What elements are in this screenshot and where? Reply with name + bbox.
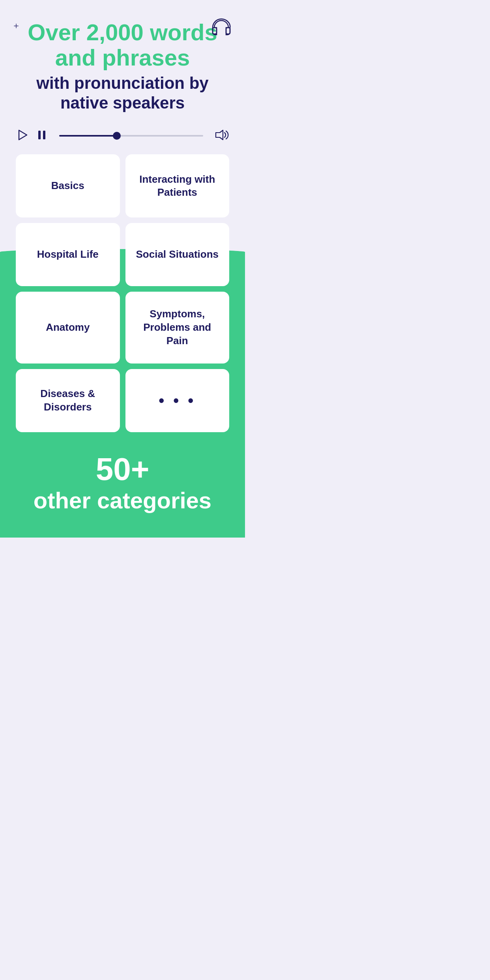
progress-handle[interactable]: [113, 132, 121, 140]
category-label-basics: Basics: [51, 179, 84, 193]
footer-subtitle: other categories: [32, 487, 213, 514]
category-label-anatomy: Anatomy: [46, 321, 90, 334]
category-card-symptoms[interactable]: Symptoms, Problems and Pain: [125, 292, 230, 363]
main-title-dark: with pronunciation by native speakers: [16, 73, 229, 113]
top-section: ＋ Over 2,000 words and phrases with pron…: [0, 0, 245, 121]
progress-bar-fill: [59, 135, 117, 137]
categories-top-grid: Basics Interacting with Patients: [0, 150, 245, 217]
category-card-hospital-life[interactable]: Hospital Life: [16, 223, 120, 286]
page-wrapper: ＋ Over 2,000 words and phrases with pron…: [0, 0, 245, 538]
category-card-basics[interactable]: Basics: [16, 154, 120, 217]
main-title-green: Over 2,000 words and phrases: [16, 20, 229, 70]
svg-marker-2: [19, 130, 27, 140]
volume-button[interactable]: [214, 129, 229, 142]
svg-rect-4: [43, 131, 45, 139]
category-card-social-situations[interactable]: Social Situations: [125, 223, 230, 286]
categories-bottom-grid: Anatomy Symptoms, Problems and Pain Dise…: [0, 286, 245, 538]
svg-rect-3: [38, 131, 41, 139]
footer-section: 50+ other categories: [16, 432, 229, 538]
plus-icon: ＋: [12, 20, 21, 32]
footer-count: 50+: [32, 452, 213, 487]
svg-marker-5: [216, 130, 223, 140]
categories-mid-grid: Hospital Life Social Situations: [0, 217, 245, 286]
audio-controls-bar: [0, 121, 245, 150]
teal-transition-area: Hospital Life Social Situations: [0, 217, 245, 286]
category-card-more[interactable]: • • •: [125, 369, 230, 432]
category-label-diseases: Diseases & Disorders: [24, 387, 112, 414]
progress-bar[interactable]: [59, 135, 203, 137]
category-label-interacting-patients: Interacting with Patients: [133, 173, 222, 200]
category-label-hospital-life: Hospital Life: [37, 248, 99, 261]
play-button[interactable]: [16, 129, 28, 142]
category-card-interacting-patients[interactable]: Interacting with Patients: [125, 154, 230, 217]
pause-button[interactable]: [36, 129, 48, 142]
headphones-icon: [209, 16, 233, 39]
category-label-symptoms: Symptoms, Problems and Pain: [133, 307, 222, 347]
category-label-social-situations: Social Situations: [136, 248, 219, 261]
category-card-diseases[interactable]: Diseases & Disorders: [16, 369, 120, 432]
category-card-anatomy[interactable]: Anatomy: [16, 292, 120, 363]
category-label-more: • • •: [159, 390, 196, 411]
